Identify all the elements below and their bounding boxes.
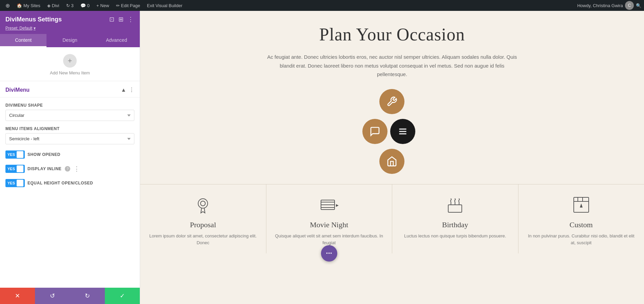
redo-button[interactable]: ↻ bbox=[70, 288, 105, 304]
birthday-icon bbox=[444, 195, 466, 215]
divi-label: Divi bbox=[52, 3, 59, 8]
panel-header: DiviMenus Settings ⊡ ⊞ ⋮ Preset: Default… bbox=[0, 11, 140, 34]
panel-preset[interactable]: Preset: Default ▾ bbox=[5, 26, 134, 31]
avatar: C bbox=[625, 1, 634, 10]
svg-point-3 bbox=[198, 199, 208, 208]
divi-icon: ◈ bbox=[47, 3, 51, 8]
plus-circle-icon: + bbox=[68, 56, 72, 65]
shape-field-group: DiviMenu Shape Circular Square Rounded bbox=[5, 103, 134, 121]
proposal-title: Proposal bbox=[190, 220, 216, 229]
display-inline-toggle[interactable]: YES bbox=[5, 165, 25, 173]
section-more-icon[interactable]: ⋮ bbox=[129, 87, 134, 93]
equal-height-row: YES Equal Height Open/Closed bbox=[5, 179, 134, 187]
pencil-icon: ✏ bbox=[116, 3, 120, 8]
birthday-title: Birthday bbox=[442, 220, 468, 229]
tab-advanced[interactable]: Advanced bbox=[93, 34, 140, 47]
updates-button[interactable]: ↻ 3 bbox=[63, 0, 76, 11]
alignment-label: Menu Items alignment bbox=[5, 126, 134, 131]
search-icon[interactable]: 🔍 bbox=[636, 3, 641, 8]
panel-body: + Add New Menu Item DiviMenu ▲ ⋮ DiviMen… bbox=[0, 47, 140, 288]
movie-night-title: Movie Night bbox=[310, 220, 348, 229]
svg-marker-12 bbox=[580, 203, 583, 208]
proposal-text: Lorem ipsum dolor sit amet, consectetur … bbox=[147, 233, 259, 247]
equal-height-label: Equal Height Open/Closed bbox=[27, 181, 93, 185]
inline-more-icon[interactable]: ⋮ bbox=[74, 165, 80, 173]
preset-label: Preset: Default bbox=[5, 26, 32, 31]
wp-logo-button[interactable]: ⊕ bbox=[3, 0, 13, 11]
plus-icon: + bbox=[96, 3, 99, 8]
exit-visual-builder-button[interactable]: Exit Visual Builder bbox=[144, 0, 185, 11]
add-menu-item-button[interactable]: + bbox=[63, 54, 77, 68]
menu-circle-chat[interactable] bbox=[362, 119, 387, 144]
resize-icon[interactable]: ⊡ bbox=[109, 15, 115, 24]
more-icon[interactable]: ⋮ bbox=[127, 15, 134, 24]
chat-icon bbox=[370, 126, 380, 137]
edit-page-button[interactable]: ✏ Edit Page bbox=[113, 0, 143, 11]
show-opened-row: YES Show Opened bbox=[5, 150, 134, 159]
custom-title: Custom bbox=[570, 220, 593, 229]
hero-title: Plan Your Occasion bbox=[260, 24, 525, 44]
columns-icon[interactable]: ⊞ bbox=[118, 15, 124, 24]
exit-builder-label: Exit Visual Builder bbox=[147, 3, 183, 8]
divimenu-section-title: DiviMenu bbox=[5, 87, 30, 93]
wp-admin-bar: ⊕ 🏠 My Sites ◈ Divi ↻ 3 💬 0 + New ✏ Edit… bbox=[0, 0, 644, 11]
right-content: Plan Your Occasion Ac feugiat ante. Done… bbox=[140, 11, 644, 304]
movie-night-card: Movie Night Quisque aliquet velit sit am… bbox=[266, 184, 393, 254]
menu-circle-settings[interactable] bbox=[379, 89, 404, 114]
my-sites-button[interactable]: 🏠 My Sites bbox=[14, 0, 43, 11]
section-header-icons: ▲ ⋮ bbox=[121, 87, 134, 93]
comment-icon: 💬 bbox=[80, 3, 86, 8]
menu-circle-home[interactable] bbox=[379, 149, 404, 174]
shape-select[interactable]: Circular Square Rounded bbox=[5, 110, 134, 121]
comments-button[interactable]: 💬 0 bbox=[78, 0, 92, 11]
update-count: 3 bbox=[71, 3, 74, 8]
undo-button[interactable]: ↺ bbox=[35, 288, 70, 304]
edit-page-label: Edit Page bbox=[121, 3, 140, 8]
custom-text: In non pulvinar purus. Curabitur nisi od… bbox=[525, 233, 638, 247]
toggle-knob-2 bbox=[17, 165, 23, 172]
collapse-icon[interactable]: ▲ bbox=[121, 87, 126, 93]
panel-tabs: Content Design Advanced bbox=[0, 34, 140, 47]
new-label: New bbox=[100, 3, 109, 8]
my-sites-label: My Sites bbox=[23, 3, 40, 8]
birthday-card: Birthday Luctus lectus non quisque turpi… bbox=[392, 184, 518, 254]
floating-menu-dot[interactable]: ··· bbox=[321, 245, 337, 262]
cards-section: Proposal Lorem ipsum dolor sit amet, con… bbox=[140, 184, 644, 254]
display-inline-row: YES Display Inline ? ⋮ bbox=[5, 165, 134, 173]
divimenu-section-header: DiviMenu ▲ ⋮ bbox=[0, 81, 140, 97]
toggle-yes-label-2: YES bbox=[7, 166, 16, 172]
panel-title: DiviMenus Settings bbox=[5, 16, 62, 23]
display-inline-label: Display Inline bbox=[27, 166, 61, 171]
tab-design[interactable]: Design bbox=[46, 34, 93, 47]
birthday-text: Luctus lectus non quisque turpis bibendu… bbox=[404, 233, 506, 240]
wordpress-icon: ⊕ bbox=[5, 2, 10, 9]
house-icon: 🏠 bbox=[17, 3, 22, 8]
show-opened-toggle[interactable]: YES bbox=[5, 150, 25, 159]
panel-title-row: DiviMenus Settings ⊡ ⊞ ⋮ bbox=[5, 15, 134, 24]
help-icon[interactable]: ? bbox=[65, 166, 70, 172]
toggle-knob-3 bbox=[17, 180, 23, 186]
alignment-select[interactable]: Semicircle - left Semicircle - right Ful… bbox=[5, 133, 134, 144]
equal-height-toggle[interactable]: YES bbox=[5, 179, 25, 187]
new-button[interactable]: + New bbox=[94, 0, 112, 11]
save-button[interactable]: ✓ bbox=[105, 288, 140, 304]
movie-night-text: Quisque aliquet velit sit amet sem inter… bbox=[273, 233, 385, 247]
custom-card: Custom In non pulvinar purus. Curabitur … bbox=[518, 184, 644, 254]
panel-toolbar: ✕ ↺ ↻ ✓ bbox=[0, 288, 140, 304]
toggle-yes-label: YES bbox=[7, 152, 16, 157]
divi-button[interactable]: ◈ Divi bbox=[44, 0, 62, 11]
list-icon bbox=[398, 127, 408, 136]
alignment-field-group: Menu Items alignment Semicircle - left S… bbox=[5, 126, 134, 144]
custom-icon bbox=[570, 195, 592, 215]
comment-count: 0 bbox=[87, 3, 90, 8]
svg-rect-7 bbox=[448, 205, 462, 212]
show-opened-label: Show Opened bbox=[27, 152, 60, 157]
howdy-text: Howdy, Christina Gwira bbox=[577, 3, 623, 8]
user-greeting: Howdy, Christina Gwira C 🔍 bbox=[577, 1, 641, 10]
menu-circle-list[interactable] bbox=[390, 119, 415, 144]
cancel-button[interactable]: ✕ bbox=[0, 288, 35, 304]
tab-content[interactable]: Content bbox=[0, 34, 46, 47]
svg-point-4 bbox=[201, 201, 205, 206]
dots-icon: ··· bbox=[326, 249, 332, 258]
main-layout: DiviMenus Settings ⊡ ⊞ ⋮ Preset: Default… bbox=[0, 11, 644, 304]
